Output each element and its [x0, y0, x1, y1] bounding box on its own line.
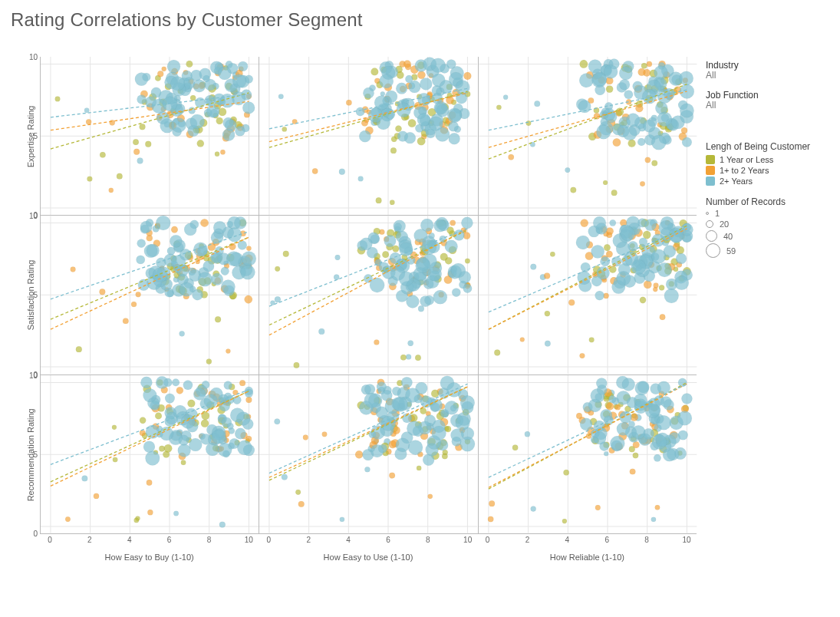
svg-point-946 [173, 510, 179, 516]
svg-point-373 [635, 104, 643, 112]
swatch-icon [706, 166, 715, 175]
svg-point-863 [595, 291, 604, 300]
swatch-icon [706, 177, 715, 186]
svg-point-99 [137, 94, 147, 104]
svg-point-745 [407, 295, 420, 308]
panel-expertise-reliable[interactable] [478, 57, 697, 216]
svg-point-317 [603, 180, 608, 185]
svg-point-441 [654, 65, 667, 79]
svg-point-1366 [621, 378, 634, 391]
svg-point-481 [136, 292, 141, 298]
svg-point-1154 [355, 450, 363, 458]
svg-point-952 [147, 510, 153, 515]
svg-point-449 [579, 74, 594, 88]
size-legend[interactable]: 1 20 40 59 [706, 209, 832, 258]
svg-point-757 [433, 290, 447, 304]
circle-icon [706, 230, 717, 242]
xlabel-reliable: How Reliable (1-10) [478, 549, 697, 563]
svg-point-321 [496, 105, 501, 110]
svg-point-42 [137, 158, 143, 164]
svg-point-572 [203, 261, 215, 272]
svg-point-201 [396, 125, 402, 131]
svg-point-275 [409, 81, 421, 93]
panel-expertise-buy[interactable]: 1050 [40, 57, 259, 216]
svg-point-612 [226, 252, 241, 266]
svg-point-1373 [631, 425, 645, 439]
panel-expertise-use[interactable] [259, 57, 477, 216]
panel-recommendation-use[interactable] [259, 375, 477, 534]
svg-point-758 [428, 267, 442, 281]
svg-point-639 [334, 275, 339, 280]
svg-point-1226 [364, 393, 379, 407]
svg-point-28 [190, 95, 196, 101]
svg-point-729 [462, 217, 473, 229]
svg-point-375 [637, 138, 645, 146]
svg-point-1008 [201, 419, 209, 427]
svg-point-334 [508, 154, 514, 160]
svg-point-183 [346, 100, 351, 105]
svg-point-456 [657, 112, 671, 127]
small-multiples-grid: Expertise Rating 1050 Satisfaction Ratin… [21, 57, 697, 563]
legend-label: 1 Year or Less [720, 155, 773, 164]
svg-point-653 [319, 328, 325, 335]
svg-point-102 [238, 61, 248, 71]
svg-point-300 [374, 95, 389, 110]
filter-industry[interactable]: Industry All [706, 60, 832, 81]
panel-satisfaction-buy[interactable]: 1050 [40, 216, 259, 374]
svg-point-1251 [595, 505, 601, 510]
svg-point-10 [162, 67, 166, 71]
svg-point-301 [397, 103, 411, 117]
svg-point-982 [140, 417, 146, 423]
xticks-reliable: 0246810 [478, 534, 697, 549]
svg-point-1035 [219, 401, 230, 411]
svg-point-1200 [371, 444, 384, 457]
legend-item-1to2yr[interactable]: 1+ to 2 Years [706, 166, 832, 175]
svg-point-11 [215, 152, 219, 157]
legend-item-1yr[interactable]: 1 Year or Less [706, 155, 832, 164]
color-legend[interactable]: 1 Year or Less 1+ to 2 Years 2+ Years [706, 155, 832, 186]
svg-point-588 [213, 221, 226, 234]
svg-point-1029 [165, 393, 175, 403]
svg-point-1380 [610, 436, 624, 450]
svg-point-335 [641, 63, 647, 69]
svg-point-186 [376, 197, 382, 203]
svg-point-399 [624, 90, 633, 99]
xlabel-use: How Easy to Use (1-10) [259, 549, 477, 563]
svg-point-323 [525, 120, 531, 126]
panel-recommendation-buy[interactable]: 1050 [40, 375, 259, 534]
panel-satisfaction-reliable[interactable] [478, 216, 697, 374]
filter-job-function[interactable]: Job Function All [706, 90, 832, 111]
svg-point-1309 [608, 395, 616, 403]
svg-point-1225 [407, 421, 422, 435]
svg-point-13 [84, 108, 89, 113]
svg-point-302 [448, 108, 463, 123]
panel-recommendation-reliable[interactable] [478, 375, 697, 534]
size-legend-label: 1 [715, 209, 720, 218]
page-title: Rating Correlations by Customer Segment [0, 0, 840, 37]
size-legend-label: 20 [720, 219, 729, 229]
svg-point-736 [361, 238, 373, 250]
svg-point-1020 [224, 381, 232, 389]
svg-point-941 [134, 517, 139, 522]
legend-item-2plus[interactable]: 2+ Years [706, 177, 832, 186]
svg-point-1324 [678, 378, 687, 386]
svg-point-1089 [428, 493, 433, 498]
svg-point-1000 [172, 378, 180, 386]
svg-point-452 [596, 125, 611, 140]
circle-icon [706, 212, 709, 215]
svg-point-266 [397, 83, 408, 94]
svg-line-615 [51, 232, 249, 299]
svg-point-631 [335, 255, 341, 260]
filter-job-function-label: Job Function [706, 90, 832, 101]
svg-point-965 [82, 475, 88, 481]
svg-point-360 [606, 85, 613, 92]
svg-point-815 [544, 273, 550, 279]
panel-satisfaction-use[interactable] [259, 216, 477, 374]
svg-point-820 [639, 297, 645, 303]
svg-point-1095 [322, 431, 328, 437]
svg-point-646 [415, 355, 421, 361]
svg-point-1241 [604, 451, 608, 456]
svg-point-805 [545, 341, 551, 347]
sidebar: Industry All Job Function All Lengh of B… [706, 60, 832, 259]
svg-point-18 [55, 96, 61, 101]
